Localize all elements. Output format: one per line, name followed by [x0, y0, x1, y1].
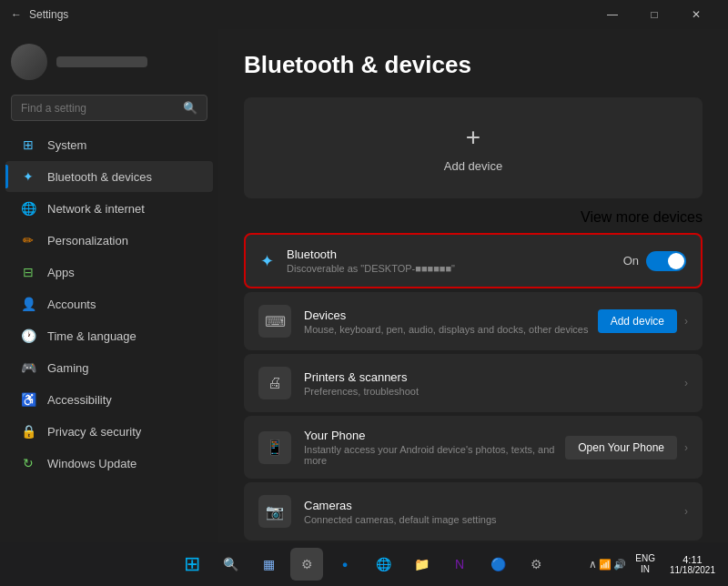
- settings-row-cameras[interactable]: 📷 Cameras Connected cameras, default ima…: [244, 482, 703, 541]
- clock-time: 4:11: [670, 554, 715, 565]
- taskbar-right: ∧ 📶 🔊 ENG IN 4:11 11/18/2021: [589, 551, 721, 577]
- minimize-button[interactable]: —: [592, 0, 633, 29]
- sidebar-label-personalization: Personalization: [47, 234, 128, 248]
- close-button[interactable]: ✕: [675, 0, 717, 29]
- bluetooth-symbol-icon: ✦: [260, 251, 274, 271]
- row-sub-printers: Preferences, troubleshoot: [304, 386, 684, 397]
- main-content: Bluetooth & devices + Add device View mo…: [218, 29, 728, 542]
- settings-row-devices[interactable]: ⌨ Devices Mouse, keyboard, pen, audio, d…: [244, 292, 703, 350]
- sidebar-item-network[interactable]: 🌐 Network & internet: [5, 193, 213, 224]
- row-title-cameras: Cameras: [304, 499, 684, 512]
- taskbar-chrome[interactable]: 🔵: [481, 548, 514, 581]
- system-icon: ⊞: [20, 136, 36, 153]
- back-button[interactable]: ←: [11, 8, 22, 21]
- taskbar-search[interactable]: 🔍: [214, 548, 247, 581]
- row-info-cameras: Cameras Connected cameras, default image…: [304, 499, 684, 525]
- start-button[interactable]: ⊞: [176, 548, 208, 581]
- taskbar-edge[interactable]: 🌐: [367, 548, 399, 581]
- bluetooth-row[interactable]: ✦ Bluetooth Discoverable as "DESKTOP-■■■…: [244, 233, 703, 288]
- taskbar: ⊞ 🔍 ▦ ⚙ ● 🌐 📁 N 🔵 ⚙ ∧ 📶 🔊 ENG IN 4:11 11…: [0, 542, 728, 586]
- row-info-devices: Devices Mouse, keyboard, pen, audio, dis…: [304, 308, 598, 335]
- clock-date: 11/18/2021: [670, 565, 715, 575]
- row-sub-cameras: Connected cameras, default image setting…: [304, 514, 684, 525]
- devices-icon: ⌨: [258, 305, 291, 338]
- accessibility-icon: ♿: [20, 391, 36, 408]
- row-action-phone: Open Your Phone ›: [565, 436, 688, 460]
- row-title-printers: Printers & scanners: [304, 370, 684, 384]
- chevron-up-icon[interactable]: ∧: [589, 558, 597, 571]
- system-clock[interactable]: 4:11 11/18/2021: [664, 552, 721, 577]
- bluetooth-toggle[interactable]: [646, 251, 686, 271]
- sidebar-label-gaming: Gaming: [47, 361, 89, 375]
- bluetooth-toggle-area: On: [623, 251, 686, 271]
- sidebar-label-accessibility: Accessibility: [47, 393, 112, 407]
- cameras-icon: 📷: [258, 495, 291, 528]
- app-container: 🔍 ⊞ System ✦ Bluetooth & devices 🌐 Netwo…: [0, 29, 728, 542]
- sidebar-label-system: System: [47, 138, 86, 152]
- sidebar-item-accounts[interactable]: 👤 Accounts: [5, 288, 213, 319]
- sidebar-item-system[interactable]: ⊞ System: [5, 129, 213, 160]
- sidebar-label-update: Windows Update: [47, 457, 136, 470]
- network-tray-icon[interactable]: 📶: [599, 559, 612, 571]
- taskbar-dell[interactable]: ●: [329, 548, 361, 581]
- row-info-phone: Your Phone Instantly access your Android…: [304, 429, 565, 466]
- sidebar-item-accessibility[interactable]: ♿ Accessibility: [5, 384, 213, 415]
- maximize-button[interactable]: □: [633, 0, 675, 29]
- titlebar-controls: — □ ✕: [592, 0, 717, 29]
- sidebar-item-gaming[interactable]: 🎮 Gaming: [5, 352, 213, 383]
- add-device-card[interactable]: + Add device: [244, 97, 703, 198]
- row-action-devices: Add device ›: [598, 309, 688, 333]
- search-input[interactable]: [21, 102, 176, 115]
- sidebar-nav: ⊞ System ✦ Bluetooth & devices 🌐 Network…: [0, 128, 218, 480]
- sidebar-item-update[interactable]: ↻ Windows Update: [5, 448, 213, 479]
- time-icon: 🕐: [20, 328, 36, 344]
- bluetooth-sub: Discoverable as "DESKTOP-■■■■■■": [287, 263, 623, 274]
- language-indicator[interactable]: ENG IN: [632, 551, 659, 577]
- chevron-icon-printers: ›: [684, 377, 688, 389]
- view-more-link[interactable]: View more devices: [244, 209, 703, 226]
- row-info-printers: Printers & scanners Preferences, trouble…: [304, 370, 684, 397]
- row-title-phone: Your Phone: [304, 429, 565, 442]
- titlebar-title: Settings: [29, 8, 68, 21]
- add-device-label: Add device: [444, 159, 502, 173]
- titlebar-left: ← Settings: [11, 8, 68, 21]
- sidebar-label-apps: Apps: [47, 266, 75, 279]
- settings-row-phone[interactable]: 📱 Your Phone Instantly access your Andro…: [244, 416, 703, 479]
- gaming-icon: 🎮: [20, 359, 36, 376]
- sidebar-item-bluetooth[interactable]: ✦ Bluetooth & devices: [5, 161, 213, 192]
- taskbar-explorer[interactable]: 📁: [405, 548, 438, 581]
- personalization-icon: ✏: [20, 232, 36, 248]
- phone-icon: 📱: [258, 431, 291, 464]
- sidebar-item-privacy[interactable]: 🔒 Privacy & security: [5, 416, 213, 447]
- sidebar-label-accounts: Accounts: [47, 298, 96, 311]
- add-icon: +: [466, 123, 480, 152]
- toggle-knob: [668, 253, 684, 269]
- printers-icon: 🖨: [258, 367, 291, 399]
- taskbar-settings-app[interactable]: ⚙: [290, 548, 323, 581]
- chevron-icon: ›: [684, 315, 688, 328]
- search-icon: 🔍: [183, 101, 197, 115]
- chevron-icon-phone: ›: [684, 441, 688, 454]
- chevron-icon-cameras: ›: [684, 505, 688, 518]
- sidebar-item-apps[interactable]: ⊟ Apps: [5, 257, 213, 288]
- add-device-button[interactable]: Add device: [598, 309, 677, 333]
- sidebar-item-time[interactable]: 🕐 Time & language: [5, 320, 213, 351]
- taskbar-widgets[interactable]: ▦: [252, 548, 285, 581]
- sidebar: 🔍 ⊞ System ✦ Bluetooth & devices 🌐 Netwo…: [0, 29, 218, 542]
- system-tray: ∧ 📶 🔊: [589, 558, 626, 571]
- search-box[interactable]: 🔍: [11, 95, 207, 121]
- view-more-text[interactable]: View more devices: [581, 209, 703, 225]
- taskbar-app10[interactable]: ⚙: [520, 548, 552, 581]
- bluetooth-info: Bluetooth Discoverable as "DESKTOP-■■■■■…: [287, 248, 623, 274]
- open-phone-button[interactable]: Open Your Phone: [565, 436, 677, 460]
- settings-row-printers[interactable]: 🖨 Printers & scanners Preferences, troub…: [244, 354, 703, 412]
- row-sub-devices: Mouse, keyboard, pen, audio, displays an…: [304, 324, 598, 335]
- row-title-devices: Devices: [304, 308, 598, 322]
- sidebar-profile: [0, 29, 218, 87]
- taskbar-onenote[interactable]: N: [443, 548, 476, 581]
- volume-icon[interactable]: 🔊: [613, 559, 626, 571]
- row-sub-phone: Instantly access your Android device's p…: [304, 444, 565, 466]
- sidebar-item-personalization[interactable]: ✏ Personalization: [5, 225, 213, 256]
- lang-line2: IN: [635, 564, 655, 575]
- bluetooth-name: Bluetooth: [287, 248, 623, 261]
